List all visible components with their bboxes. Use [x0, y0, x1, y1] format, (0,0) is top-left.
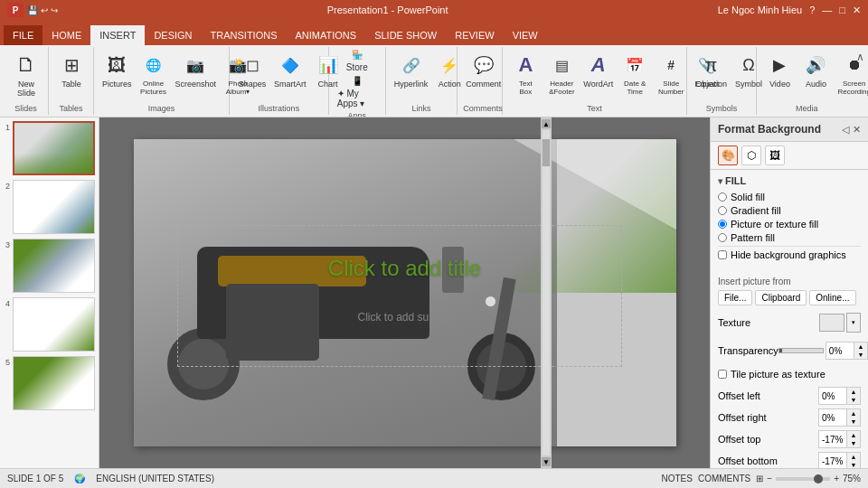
offset-bottom-input[interactable] — [819, 455, 846, 467]
minimize-btn[interactable]: — — [822, 5, 832, 15]
slide-number-button[interactable]: # Slide Number — [654, 49, 688, 98]
transparency-down-btn[interactable]: ▼ — [854, 351, 867, 359]
wordart-button[interactable]: A WordArt — [580, 49, 616, 90]
text-group-label: Text — [508, 104, 680, 113]
offset-right-up[interactable]: ▲ — [847, 409, 860, 418]
shapes-button[interactable]: ◻ Shapes — [235, 49, 269, 90]
tab-insert[interactable]: INSERT — [90, 25, 145, 45]
hyperlink-button[interactable]: 🔗 Hyperlink — [392, 49, 431, 90]
texture-section: Texture ▾ — [711, 311, 868, 342]
transparency-up-btn[interactable]: ▲ — [854, 343, 867, 351]
restore-btn[interactable]: □ — [839, 5, 845, 15]
offset-right-input[interactable] — [819, 412, 846, 424]
tab-file[interactable]: FILE — [4, 25, 42, 45]
panel-icon-image[interactable]: 🖼 — [765, 145, 785, 165]
offset-left-down[interactable]: ▼ — [847, 396, 860, 404]
audio-button[interactable]: 🔊 Audio — [798, 49, 833, 90]
smartart-button[interactable]: 🔷 SmartArt — [271, 49, 309, 90]
file-btn[interactable]: File... — [718, 290, 752, 305]
header-footer-button[interactable]: ▤ Header &Footer — [544, 49, 579, 98]
tile-checkbox[interactable]: Tile picture as texture — [718, 369, 861, 380]
offset-top-input[interactable] — [819, 434, 846, 446]
tab-home[interactable]: HOME — [42, 25, 90, 45]
video-button[interactable]: ▶ Video — [762, 49, 797, 90]
scroll-track[interactable] — [542, 130, 550, 455]
store-button[interactable]: 🏪 Store — [335, 49, 380, 73]
solid-fill-input[interactable] — [718, 192, 727, 202]
datetime-button[interactable]: 📅 Date & Time — [618, 49, 652, 98]
transparency-slider[interactable] — [778, 348, 824, 353]
gradient-fill-radio[interactable]: Gradient fill — [718, 205, 861, 216]
illustrations-group-label: Illustrations — [235, 104, 323, 113]
table-label: Table — [61, 80, 81, 89]
slide-subtitle[interactable]: Click to add subtitle — [188, 311, 622, 324]
zoom-out-btn[interactable]: − — [767, 474, 772, 483]
hide-bg-input[interactable] — [718, 250, 727, 259]
textbox-label: Text — [519, 80, 533, 88]
tile-input[interactable] — [718, 370, 727, 379]
texture-preview[interactable] — [819, 314, 844, 332]
slide-canvas[interactable]: Click to add title Click to add subtitle — [134, 139, 676, 446]
online-pictures-button[interactable]: 🌐 Online Pictures — [137, 49, 171, 98]
tab-view[interactable]: VIEW — [504, 25, 547, 45]
texture-dropdown-btn[interactable]: ▾ — [847, 314, 860, 332]
notes-btn[interactable]: NOTES — [662, 474, 693, 483]
ribbon-collapse[interactable]: ∧ — [856, 47, 864, 115]
offset-top-down[interactable]: ▼ — [847, 439, 860, 447]
offset-left-input[interactable] — [819, 390, 846, 402]
transparency-handle[interactable] — [779, 349, 782, 352]
scroll-up-btn[interactable]: ▲ — [542, 119, 551, 128]
panel-close-btn[interactable]: ✕ — [853, 124, 861, 136]
equation-button[interactable]: π Equation — [693, 49, 731, 90]
screenshot-button[interactable]: 📷 Screenshot — [173, 49, 220, 90]
textbox-button[interactable]: A Text Box — [508, 49, 542, 98]
slide-thumb-4[interactable]: 4 — [4, 297, 95, 352]
fit-btn[interactable]: ⊞ — [756, 474, 763, 483]
offset-bottom-up[interactable]: ▲ — [847, 453, 860, 461]
solid-fill-radio[interactable]: Solid fill — [718, 192, 861, 202]
slide-thumb-5[interactable]: 5 — [4, 356, 95, 410]
tab-transitions[interactable]: TRANSITIONS — [202, 25, 287, 45]
picture-texture-fill-radio[interactable]: Picture or texture fill — [718, 219, 861, 230]
transparency-row: Transparency ▲ ▼ — [718, 342, 861, 360]
close-btn[interactable]: ✕ — [853, 5, 861, 16]
tab-review[interactable]: REVIEW — [446, 25, 503, 45]
offset-bottom-down[interactable]: ▼ — [847, 461, 860, 468]
hide-bg-checkbox[interactable]: Hide background graphics — [718, 249, 861, 260]
pattern-fill-input[interactable] — [718, 233, 727, 242]
clipboard-btn[interactable]: Clipboard — [755, 290, 807, 305]
zoom-slider[interactable] — [776, 477, 830, 481]
fill-radio-group: Solid fill Gradient fill Picture or text… — [718, 192, 861, 243]
offset-top-up[interactable]: ▲ — [847, 431, 860, 439]
tab-slideshow[interactable]: SLIDE SHOW — [365, 25, 446, 45]
comments-btn[interactable]: COMMENTS — [698, 474, 750, 483]
slide-title[interactable]: Click to add title — [188, 256, 622, 281]
my-apps-button[interactable]: 📱 ✦ My Apps ▾ — [335, 75, 380, 109]
canvas-scrollbar-vertical[interactable]: ▲ ▼ — [541, 117, 552, 468]
online-btn[interactable]: Online... — [809, 290, 855, 305]
scroll-down-btn[interactable]: ▼ — [542, 457, 551, 466]
help-btn[interactable]: ? — [809, 5, 815, 15]
new-slide-button[interactable]: 🗋 New Slide — [9, 49, 43, 99]
panel-icon-paint[interactable]: 🎨 — [718, 145, 738, 165]
transparency-input[interactable] — [826, 345, 854, 357]
picture-texture-fill-input[interactable] — [718, 220, 727, 229]
offset-left-up[interactable]: ▲ — [847, 388, 860, 396]
slide-thumb-2[interactable]: 2 — [4, 180, 95, 234]
offset-right-stepper: ▲ ▼ — [846, 409, 860, 426]
pictures-button[interactable]: 🖼 Pictures — [99, 49, 135, 90]
pattern-fill-radio[interactable]: Pattern fill — [718, 232, 861, 243]
slide-thumb-1[interactable]: 1 — [4, 121, 95, 175]
table-button[interactable]: ⊞ Table — [54, 49, 89, 90]
slide-thumb-3[interactable]: 3 — [4, 239, 95, 293]
scroll-thumb[interactable] — [542, 139, 550, 166]
zoom-in-btn[interactable]: + — [834, 474, 839, 483]
tab-animations[interactable]: ANIMATIONS — [287, 25, 366, 45]
comment-button[interactable]: 💬 Comment — [463, 49, 504, 90]
gradient-fill-input[interactable] — [718, 206, 727, 215]
tab-design[interactable]: DESIGN — [145, 25, 201, 45]
offset-right-down[interactable]: ▼ — [847, 418, 860, 426]
zoom-thumb[interactable] — [814, 474, 823, 483]
panel-icon-shape[interactable]: ⬡ — [741, 145, 761, 165]
panel-back-btn[interactable]: ◁ — [842, 124, 849, 136]
